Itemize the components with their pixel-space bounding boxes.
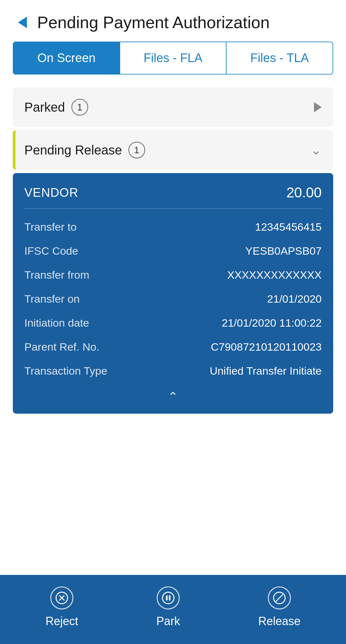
page-title: Pending Payment Authorization (37, 13, 270, 32)
parent-ref-value: C79087210120110023 (211, 341, 322, 353)
transfer-on-value: 21/01/2020 (267, 293, 322, 305)
transaction-type-value: Unified Transfer Initiate (210, 365, 322, 377)
transaction-type-label: Transaction Type (24, 365, 107, 377)
pending-release-label: Pending Release 1 (24, 142, 145, 158)
release-icon (268, 586, 291, 609)
tab-on-screen[interactable]: On Screen (13, 42, 120, 74)
initiation-date-label: Initiation date (24, 317, 89, 329)
transfer-to-value: 12345456415 (255, 221, 322, 233)
parked-badge: 1 (71, 99, 88, 115)
transfer-to-row: Transfer to 12345456415 (24, 215, 322, 239)
ifsc-code-label: IFSC Code (24, 245, 78, 257)
back-button[interactable] (13, 13, 32, 32)
park-label: Park (156, 615, 180, 628)
back-arrow-icon (18, 17, 27, 28)
parked-label: Parked 1 (24, 99, 88, 115)
initiation-date-row: Initiation date 21/01/2020 11:00:22 (24, 311, 322, 335)
transfer-to-label: Transfer to (24, 221, 77, 233)
pending-release-chevron-down-icon: ⌄ (311, 144, 322, 156)
tab-bar: On Screen Files - FLA Files - TLA (13, 42, 333, 75)
release-label: Release (258, 615, 301, 628)
ifsc-code-value: YESB0APSB07 (245, 245, 322, 257)
transfer-on-row: Transfer on 21/01/2020 (24, 287, 322, 311)
vendor-label: VENDOR (24, 186, 78, 200)
chevron-up-icon: ⌃ (168, 389, 178, 404)
tab-files-fla[interactable]: Files - FLA (120, 42, 227, 74)
sections-container: Parked 1 Pending Release 1 ⌄ (13, 87, 333, 170)
svg-rect-4 (166, 595, 168, 600)
card-collapse-button[interactable]: ⌃ (24, 383, 322, 407)
parked-chevron-right-icon (314, 102, 322, 112)
park-button[interactable]: Park (156, 586, 180, 628)
transfer-from-value: XXXXXXXXXXXXX (227, 269, 322, 281)
pending-release-badge: 1 (128, 142, 145, 158)
transaction-card: VENDOR 20.00 Transfer to 12345456415 IFS… (13, 173, 333, 414)
transfer-on-label: Transfer on (24, 293, 80, 305)
initiation-date-value: 21/01/2020 11:00:22 (222, 317, 322, 329)
card-header: VENDOR 20.00 (24, 185, 322, 209)
reject-label: Reject (45, 615, 78, 628)
parent-ref-label: Parent Ref. No. (24, 341, 99, 353)
transfer-from-row: Transfer from XXXXXXXXXXXXX (24, 263, 322, 287)
amount-value: 20.00 (286, 185, 322, 201)
transaction-type-row: Transaction Type Unified Transfer Initia… (24, 359, 322, 383)
ifsc-code-row: IFSC Code YESB0APSB07 (24, 239, 322, 263)
tab-files-tla[interactable]: Files - TLA (227, 42, 333, 74)
bottom-action-bar: Reject Park Release (0, 575, 346, 644)
release-button[interactable]: Release (258, 586, 301, 628)
reject-icon (50, 586, 73, 609)
svg-line-7 (276, 595, 283, 601)
header: Pending Payment Authorization (0, 0, 346, 42)
svg-rect-5 (169, 595, 170, 600)
transfer-from-label: Transfer from (24, 269, 89, 281)
parent-ref-row: Parent Ref. No. C79087210120110023 (24, 335, 322, 359)
park-icon (157, 586, 180, 609)
svg-point-3 (162, 592, 174, 604)
reject-button[interactable]: Reject (45, 586, 78, 628)
pending-release-section-row[interactable]: Pending Release 1 ⌄ (13, 130, 333, 170)
parked-section-row[interactable]: Parked 1 (13, 87, 333, 127)
